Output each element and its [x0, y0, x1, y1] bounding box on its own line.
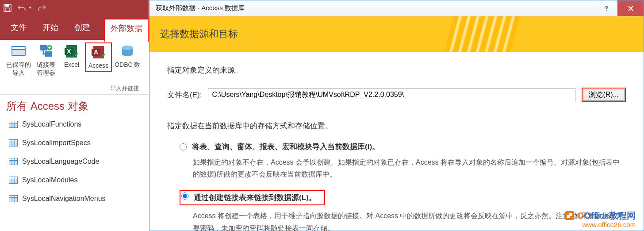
svg-rect-33: [9, 177, 17, 179]
tab-file[interactable]: 文件: [9, 19, 28, 41]
nav-item-label: SysLocalImportSpecs: [22, 139, 91, 147]
btn-label: Excel: [64, 61, 79, 69]
close-button[interactable]: [617, 0, 644, 16]
svg-rect-28: [9, 158, 17, 160]
tab-create[interactable]: 创建: [73, 19, 92, 41]
svg-rect-46: [570, 216, 572, 218]
linked-table-manager-button[interactable]: 链接表 管理器: [34, 42, 58, 77]
ribbon-group-import: 已保存的 导入 链接表 管理器 X Excel A Access O: [0, 40, 149, 95]
undo-icon[interactable]: [18, 5, 32, 11]
btn-label: Access: [88, 62, 108, 70]
file-name-input[interactable]: [208, 88, 575, 102]
access-icon: A: [91, 44, 107, 60]
nav-item[interactable]: SysLocalNavigationMenus: [6, 189, 142, 208]
dialog-banner: 选择数据源和目标: [150, 16, 644, 52]
svg-text:A: A: [94, 49, 98, 56]
radio-link-description: Access 将创建一个表格，用于维护指向源数据的链接。对 Access 中的数…: [180, 210, 626, 231]
watermark: OOffice教程网 www.office26.com: [565, 210, 636, 229]
svg-text:X: X: [67, 48, 71, 55]
quick-access-toolbar: [0, 0, 149, 16]
table-icon: [9, 158, 18, 165]
svg-rect-39: [9, 198, 17, 202]
svg-point-16: [122, 46, 133, 50]
saved-imports-icon: [11, 43, 27, 59]
watermark-brand: Office教程网: [584, 211, 636, 220]
nav-item-label: SysLocalModules: [22, 176, 77, 184]
storage-label: 指定数据在当前数据库中的存储方式和存储位置。: [167, 121, 626, 131]
btn-label: ODBC 数: [115, 61, 140, 69]
radio-import-description: 如果指定的对象不存在，Access 会予以创建。如果指定的对象已存在，Acces…: [180, 156, 626, 180]
save-icon[interactable]: [4, 4, 12, 12]
dialog-title: 获取外部数据 - Access 数据库: [156, 4, 245, 12]
tab-home[interactable]: 开始: [41, 19, 60, 41]
browse-button[interactable]: 浏览(R)...: [582, 88, 626, 102]
svg-rect-24: [9, 142, 17, 146]
svg-rect-6: [40, 45, 47, 50]
help-button[interactable]: ?: [595, 0, 617, 16]
svg-rect-45: [567, 213, 569, 215]
banner-decoration: [444, 16, 520, 52]
radio-link[interactable]: [181, 192, 188, 200]
watermark-brand-o: O: [577, 211, 584, 220]
nav-pane-title[interactable]: 所有 Access 对象: [0, 95, 149, 115]
svg-rect-34: [9, 179, 17, 183]
table-icon: [9, 177, 18, 184]
import-excel-button[interactable]: X Excel: [59, 42, 84, 70]
source-label: 指定对象定义的来源。: [167, 65, 626, 75]
import-access-button[interactable]: A Access: [85, 42, 112, 72]
nav-item[interactable]: SysLocalImportSpecs: [6, 134, 142, 152]
dialog-banner-title: 选择数据源和目标: [160, 27, 238, 41]
btn-label: 已保存的: [6, 61, 31, 69]
dialog-titlebar[interactable]: 获取外部数据 - Access 数据库 ?: [150, 0, 644, 16]
table-icon: [9, 195, 18, 202]
svg-rect-19: [9, 123, 17, 127]
svg-text:?: ?: [604, 5, 608, 12]
get-external-data-dialog: 获取外部数据 - Access 数据库 ? 选择数据源和目标 指定对象定义的来源…: [149, 0, 644, 231]
svg-rect-38: [9, 196, 17, 197]
table-icon: [9, 121, 18, 128]
svg-rect-5: [12, 50, 25, 55]
import-odbc-button[interactable]: ODBC 数: [113, 42, 142, 70]
svg-rect-23: [9, 140, 17, 142]
nav-item[interactable]: SysLocalModules: [6, 171, 142, 189]
nav-item[interactable]: SysLocalLanguageCode: [6, 152, 142, 171]
radio-import[interactable]: [180, 143, 187, 150]
nav-item-label: SysLocalLanguageCode: [22, 158, 99, 166]
nav-pane-list: SysLocalFunctions SysLocalImportSpecs Sy…: [0, 115, 149, 208]
watermark-link: www.office26.com: [565, 221, 636, 229]
nav-item[interactable]: SysLocalFunctions: [6, 115, 142, 134]
linked-table-icon: [38, 43, 54, 59]
redo-icon[interactable]: [38, 4, 46, 12]
btn-label: 管理器: [37, 69, 55, 77]
nav-item-label: SysLocalFunctions: [22, 120, 81, 128]
svg-rect-2: [5, 8, 10, 11]
tab-external-data[interactable]: 外部数据: [104, 19, 149, 42]
radio-import-label[interactable]: 将表、查询、窗体、报表、宏和模块导入当前数据库(I)。: [192, 142, 380, 152]
excel-icon: X: [64, 43, 80, 59]
btn-label: 导入: [12, 69, 25, 77]
svg-rect-7: [45, 51, 52, 57]
saved-imports-button[interactable]: 已保存的 导入: [4, 42, 33, 77]
btn-label: 链接表: [37, 61, 55, 69]
odbc-icon: [119, 43, 135, 59]
table-icon: [9, 139, 18, 146]
nav-item-label: SysLocalNavigationMenus: [22, 195, 106, 203]
file-name-label: 文件名(E):: [167, 90, 202, 100]
ribbon-tabs: 文件 开始 创建 外部数据: [0, 16, 149, 40]
svg-rect-29: [9, 161, 17, 165]
ribbon-group-label: 导入并链接: [110, 85, 139, 92]
svg-rect-18: [9, 121, 17, 123]
svg-rect-1: [5, 4, 9, 7]
radio-link-label[interactable]: 通过创建链接表来链接到数据源(L)。: [194, 192, 316, 203]
svg-rect-4: [12, 47, 25, 49]
